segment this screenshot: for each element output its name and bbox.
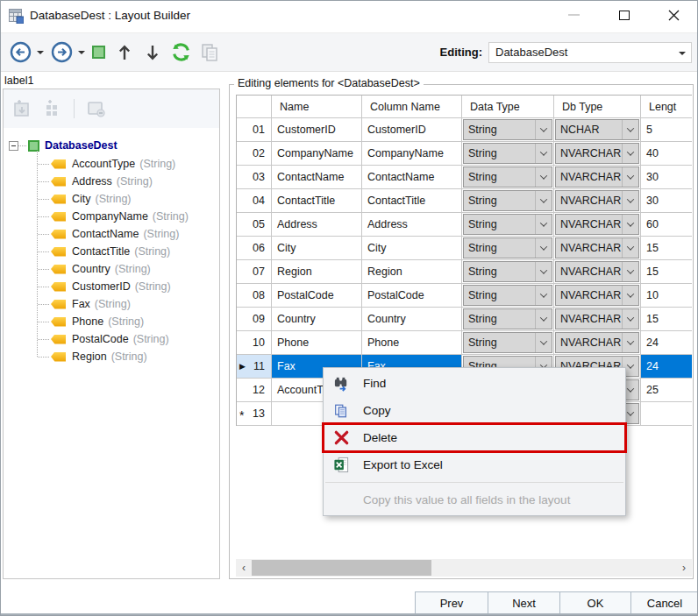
row-header-cell[interactable]: 07 [237, 260, 272, 284]
row-header-cell[interactable]: 03 [237, 166, 272, 189]
tree-item-region[interactable]: Region(String) [37, 348, 219, 365]
db-type-combobox[interactable]: NVARCHAR [555, 190, 639, 211]
chevron-box[interactable] [622, 286, 638, 305]
refresh-button[interactable] [170, 41, 192, 63]
grid-cell-length[interactable]: 15 [641, 308, 692, 331]
chevron-box[interactable] [622, 167, 638, 187]
row-header-cell[interactable]: 04 [237, 189, 272, 213]
data-type-combobox[interactable]: String [463, 166, 552, 188]
tree-item-postalcode[interactable]: PostalCode(String) [37, 330, 219, 348]
scroll-right-icon[interactable]: › [676, 559, 692, 577]
data-type-combobox[interactable]: String [463, 332, 552, 353]
data-type-combobox[interactable]: String [463, 285, 552, 306]
close-button[interactable] [653, 1, 694, 29]
grid-cell-column-name[interactable]: ContactName [362, 166, 462, 189]
grid-cell-length[interactable]: 60 [641, 213, 692, 237]
data-type-combobox[interactable]: String [463, 308, 552, 329]
chevron-box[interactable] [622, 144, 638, 163]
scrollbar-thumb[interactable] [252, 560, 431, 576]
db-type-combobox[interactable]: NVARCHAR [555, 143, 639, 164]
grid-cell-column-name[interactable]: PostalCode [362, 284, 462, 308]
grid-cell-length[interactable]: 5 [641, 118, 692, 142]
grid-cell-column-name[interactable]: CompanyName [362, 142, 462, 166]
data-type-combobox[interactable]: String [463, 190, 552, 211]
grid-cell-name[interactable]: Country [272, 308, 362, 331]
horizontal-scrollbar[interactable]: ‹ › [236, 559, 692, 577]
chevron-box[interactable] [535, 333, 552, 352]
grid-cell-length[interactable]: 30 [641, 189, 692, 213]
row-header-cell[interactable]: ▶11 [237, 355, 272, 379]
chevron-box[interactable] [535, 167, 552, 187]
row-header-cell[interactable]: 09 [237, 308, 272, 331]
db-type-combobox[interactable]: NVARCHAR [555, 285, 639, 306]
grid-cell-column-name[interactable]: Address [362, 213, 462, 237]
data-type-combobox[interactable]: String [463, 237, 552, 258]
db-type-combobox[interactable]: NVARCHAR [555, 214, 639, 235]
copy-layout-button[interactable] [199, 42, 220, 63]
grid-cell-name[interactable]: ContactName [272, 166, 362, 189]
grid-cell-name[interactable]: PostalCode [272, 284, 362, 308]
remove-item-icon[interactable] [86, 99, 107, 118]
grid-header-column-name[interactable]: Column Name [362, 96, 462, 118]
grid-cell-length[interactable]: 25 [641, 379, 692, 402]
db-type-combobox[interactable]: NVARCHAR [555, 308, 639, 329]
db-type-combobox[interactable]: NVARCHAR [555, 332, 639, 353]
grid-cell-length[interactable]: 15 [641, 237, 692, 260]
grid-cell-length[interactable]: 10 [641, 284, 692, 308]
row-header-cell[interactable]: *13 [237, 402, 272, 426]
grid-cell-length[interactable]: 40 [641, 142, 692, 166]
data-type-combobox[interactable]: String [463, 143, 552, 164]
grid-header-name[interactable]: Name [272, 96, 362, 118]
data-type-combobox[interactable]: String [463, 261, 552, 282]
grid-header-length[interactable]: Lengt [641, 96, 692, 118]
grid-cell-column-name[interactable]: ContactTitle [362, 189, 462, 213]
scroll-left-icon[interactable]: ‹ [236, 559, 252, 577]
db-type-combobox[interactable]: NVARCHAR [555, 166, 639, 188]
row-header-cell[interactable]: 12 [237, 379, 272, 402]
grid-cell-length[interactable] [641, 402, 692, 426]
grid-cell-name[interactable]: CompanyName [272, 142, 362, 166]
data-type-combobox[interactable]: String [463, 214, 552, 235]
grid-header-data-type[interactable]: Data Type [462, 96, 554, 118]
grid-header-db-type[interactable]: Db Type [554, 96, 641, 118]
chevron-box[interactable] [535, 286, 552, 305]
grid-cell-column-name[interactable]: Country [362, 308, 462, 331]
chevron-box[interactable] [535, 262, 552, 281]
grid-cell-name[interactable]: Phone [272, 331, 362, 355]
next-button[interactable]: Next [488, 591, 560, 615]
forward-dropdown-caret-icon[interactable] [78, 51, 85, 54]
grid-cell-length[interactable]: 30 [641, 166, 692, 189]
chevron-box[interactable] [622, 215, 638, 234]
db-type-combobox[interactable]: NCHAR [555, 119, 639, 140]
chevron-box[interactable] [535, 215, 552, 234]
stop-button[interactable] [92, 46, 105, 59]
minimize-button[interactable] [553, 1, 594, 29]
chevron-box[interactable] [535, 309, 552, 329]
db-type-combobox[interactable]: NVARCHAR [555, 261, 639, 282]
forward-button[interactable] [51, 41, 73, 63]
chevron-box[interactable] [622, 238, 638, 258]
maximize-button[interactable] [604, 1, 645, 29]
chevron-box[interactable] [535, 238, 552, 258]
tree-item-contactname[interactable]: ContactName(String) [37, 225, 219, 243]
row-header-cell[interactable]: 01 [237, 118, 272, 142]
move-up-button[interactable] [116, 43, 133, 62]
add-item-icon[interactable] [12, 99, 32, 118]
grid-cell-column-name[interactable]: CustomerID [362, 118, 462, 142]
grid-cell-name[interactable]: Region [272, 260, 362, 284]
row-header-cell[interactable]: 10 [237, 331, 272, 355]
tree-item-fax[interactable]: Fax(String) [37, 295, 219, 313]
chevron-box[interactable] [535, 120, 552, 139]
row-header-cell[interactable]: 08 [237, 284, 272, 308]
db-type-combobox[interactable]: NVARCHAR [555, 237, 639, 258]
chevron-box[interactable] [622, 262, 638, 281]
back-button[interactable] [10, 41, 32, 63]
chevron-box[interactable] [535, 191, 552, 210]
grid-cell-column-name[interactable]: Phone [362, 331, 462, 355]
chevron-box[interactable] [622, 333, 638, 352]
grid-cell-column-name[interactable]: City [362, 237, 462, 260]
move-down-button[interactable] [144, 43, 161, 62]
back-dropdown-caret-icon[interactable] [37, 51, 44, 54]
chevron-box[interactable] [622, 120, 638, 139]
tree-item-city[interactable]: City(String) [37, 190, 219, 208]
